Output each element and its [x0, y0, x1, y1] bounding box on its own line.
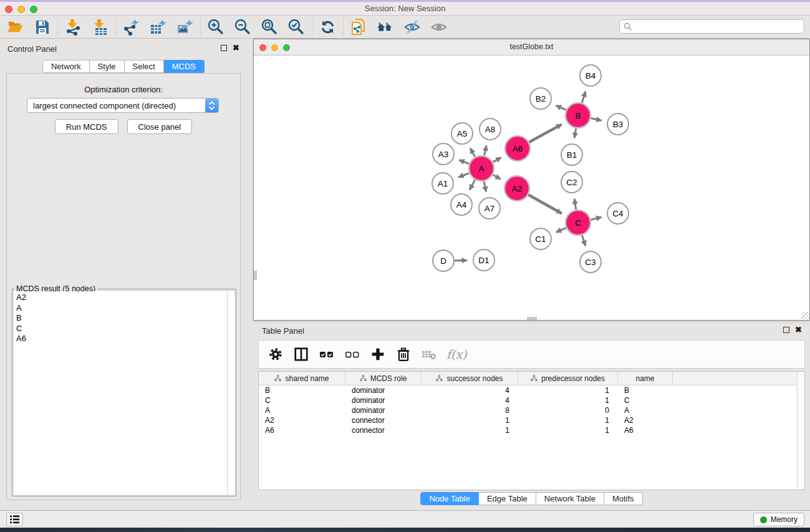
memory-button[interactable]: Memory — [753, 513, 804, 526]
edge-B-B1[interactable] — [574, 128, 576, 138]
add-column-icon[interactable] — [370, 346, 386, 363]
table-cell[interactable]: A2 — [618, 416, 673, 425]
tab-node-table[interactable]: Node Table — [420, 492, 479, 505]
node-B3[interactable]: B3 — [607, 114, 629, 135]
table-cell[interactable]: connector — [345, 416, 422, 425]
tab-mcds[interactable]: MCDS — [164, 60, 205, 73]
tab-edge-table[interactable]: Edge Table — [479, 492, 536, 505]
zoom-in-icon[interactable] — [207, 17, 224, 36]
zoom-fit-icon[interactable] — [261, 17, 278, 36]
node-A1[interactable]: A1 — [432, 173, 453, 194]
tab-network[interactable]: Network — [42, 60, 90, 73]
edge-B-B3[interactable] — [591, 118, 602, 120]
column-header-predecessor-nodes[interactable]: predecessor nodes — [518, 372, 618, 385]
table-row[interactable]: Adominator80A — [259, 405, 804, 415]
table-cell[interactable]: A — [259, 406, 345, 415]
column-visibility-icon[interactable] — [293, 346, 309, 363]
edge-B-B4[interactable] — [582, 92, 586, 103]
tab-motifs[interactable]: Motifs — [604, 492, 643, 505]
table-cell[interactable]: 1 — [518, 396, 618, 405]
mcds-list-scrollbar[interactable] — [227, 291, 234, 495]
select-all-icon[interactable] — [319, 346, 335, 363]
table-settings-icon[interactable] — [268, 346, 284, 363]
delete-column-icon[interactable] — [395, 346, 412, 363]
edge-A-A1[interactable] — [458, 173, 469, 178]
tab-select[interactable]: Select — [125, 60, 164, 73]
edge-C-C4[interactable] — [591, 217, 601, 220]
import-network-icon[interactable] — [64, 17, 82, 36]
edge-C-C1[interactable] — [556, 228, 566, 232]
edge-C-C2[interactable] — [574, 199, 576, 210]
table-cell[interactable]: 1 — [518, 386, 618, 395]
table-cell[interactable]: 8 — [422, 406, 518, 415]
search-input[interactable] — [632, 21, 804, 32]
table-cell[interactable]: C — [618, 396, 673, 405]
column-header-shared-name[interactable]: shared name — [259, 372, 345, 385]
run-mcds-button[interactable]: Run MCDS — [55, 119, 118, 134]
table-cell[interactable]: 4 — [422, 396, 518, 405]
zoom-out-icon[interactable] — [234, 17, 251, 36]
network-window-titlebar[interactable]: testGlobe.txt — [254, 39, 809, 56]
table-cell[interactable]: 1 — [518, 416, 618, 425]
task-history-icon[interactable] — [6, 513, 23, 526]
float-panel-icon[interactable] — [221, 45, 227, 51]
resize-grip-icon[interactable] — [801, 312, 809, 320]
mcds-result-list[interactable]: A2ABCA6 — [14, 291, 227, 495]
column-header-MCDS-role[interactable]: MCDS role — [345, 372, 422, 385]
first-neighbors-icon[interactable] — [377, 17, 394, 36]
node-C1[interactable]: C1 — [530, 228, 551, 249]
node-B2[interactable]: B2 — [530, 88, 551, 109]
apply-function-icon[interactable]: f(x) — [446, 347, 467, 361]
tab-style[interactable]: Style — [90, 60, 125, 73]
table-cell[interactable]: C — [259, 396, 345, 405]
close-table-panel-icon[interactable]: ✖ — [795, 327, 802, 333]
column-header-name[interactable]: name — [618, 372, 673, 385]
mcds-result-item[interactable]: A — [16, 303, 227, 314]
table-cell[interactable]: B — [618, 386, 673, 395]
export-network-icon[interactable] — [122, 17, 140, 36]
refresh-icon[interactable] — [319, 17, 336, 36]
table-cell[interactable]: connector — [345, 426, 422, 435]
edge-A-A8[interactable] — [485, 145, 487, 155]
table-cell[interactable]: A6 — [618, 426, 673, 435]
node-D1[interactable]: D1 — [473, 249, 494, 271]
table-cell[interactable]: 1 — [422, 426, 518, 435]
edge-A-A5[interactable] — [470, 148, 475, 157]
node-A7[interactable]: A7 — [479, 198, 500, 219]
edge-A-A7[interactable] — [484, 181, 486, 192]
close-panel-icon[interactable]: ✖ — [233, 45, 239, 51]
node-C3[interactable]: C3 — [580, 251, 601, 273]
node-D[interactable]: D — [433, 250, 454, 271]
open-file-icon[interactable] — [6, 17, 24, 36]
tab-network-table[interactable]: Network Table — [536, 492, 604, 505]
node-A5[interactable]: A5 — [451, 123, 473, 144]
edge-A-A3[interactable] — [459, 160, 469, 164]
node-C4[interactable]: C4 — [607, 203, 629, 224]
mcds-result-item[interactable]: C — [16, 324, 227, 334]
node-A6[interactable]: A6 — [505, 136, 530, 161]
export-table-icon[interactable] — [149, 17, 166, 36]
network-graph[interactable]: B4B2BB3A5A8A6B1A3AC2A1A2A4A7C4CC1C3DD1 — [254, 56, 809, 320]
node-B1[interactable]: B1 — [561, 144, 582, 165]
close-panel-button[interactable]: Close panel — [127, 119, 193, 134]
table-scrollbar[interactable] — [797, 372, 804, 490]
delete-table-icon[interactable] — [421, 346, 437, 363]
node-A3[interactable]: A3 — [433, 143, 454, 165]
node-A8[interactable]: A8 — [480, 118, 501, 140]
zoom-selected-icon[interactable] — [287, 17, 305, 36]
network-canvas[interactable]: B4B2BB3A5A8A6B1A3AC2A1A2A4A7C4CC1C3DD1 — [254, 56, 809, 320]
column-header-successor-nodes[interactable]: successor nodes — [422, 372, 518, 385]
table-cell[interactable]: 4 — [422, 386, 518, 395]
mcds-result-item[interactable]: B — [16, 313, 227, 324]
table-row[interactable]: A2connector11A2 — [259, 415, 804, 425]
deselect-all-icon[interactable] — [344, 346, 360, 363]
hide-selected-icon[interactable] — [403, 17, 421, 36]
search-field[interactable] — [619, 19, 804, 34]
table-cell[interactable]: 0 — [518, 406, 618, 415]
edge-A6-B[interactable] — [529, 124, 561, 142]
table-row[interactable]: A6connector11A6 — [259, 425, 804, 435]
mcds-result-item[interactable]: A6 — [16, 334, 227, 344]
node-B[interactable]: B — [566, 103, 591, 128]
save-session-icon[interactable] — [33, 17, 51, 36]
mcds-result-item[interactable]: A2 — [16, 293, 227, 303]
